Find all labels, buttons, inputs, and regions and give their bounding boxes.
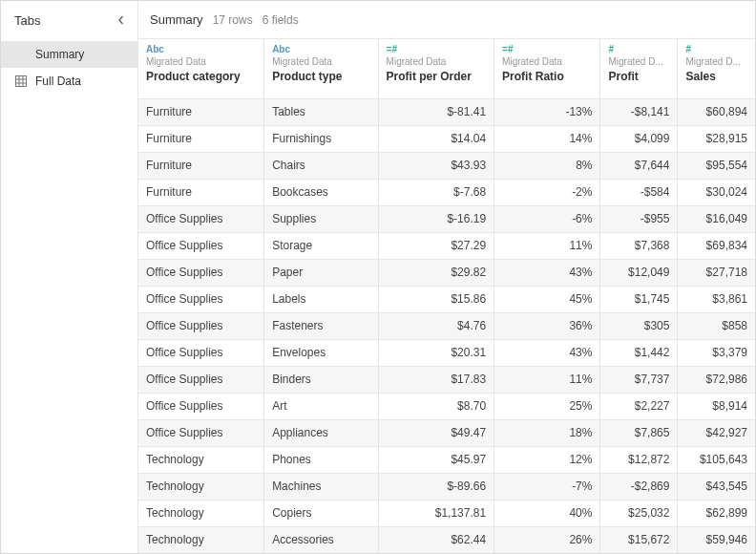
cell: 26% [494,526,600,553]
cell: -$584 [600,179,678,205]
column-header[interactable]: =#Migrated DataProfit Ratio [494,39,600,98]
table-row[interactable]: TechnologyMachines$-89.66-7%-$2,869$43,5… [138,473,755,500]
column-header[interactable]: #Migrated D...Profit [600,39,678,98]
data-table-scroll[interactable]: AbcMigrated DataProduct categoryAbcMigra… [138,39,755,553]
column-header[interactable]: AbcMigrated DataProduct category [138,39,264,98]
cell: Furniture [138,152,264,179]
cell: $-7.68 [378,179,494,205]
cell: $43.93 [378,152,494,179]
table-row[interactable]: Office SuppliesFasteners$4.7636%$305$858 [138,312,755,339]
cell: Office Supplies [138,205,264,232]
table-row[interactable]: TechnologyCopiers$1,137.8140%$25,032$62,… [138,500,755,526]
cell: $12,049 [600,259,678,286]
table-row[interactable]: FurnitureFurnishings$14.0414%$4,099$28,9… [138,125,755,152]
cell: $4.76 [378,312,494,339]
cell: 40% [494,500,600,526]
sidebar-item-full-data[interactable]: Full Data [1,68,137,95]
cell: $49.47 [378,419,494,446]
cell: $-89.66 [378,473,494,500]
cell: $305 [600,312,678,339]
column-name: Profit Ratio [502,70,592,83]
table-row[interactable]: Office SuppliesStorage$27.2911%$7,368$69… [138,232,755,259]
cell: 25% [494,393,600,419]
cell: Furniture [138,98,264,125]
cell: 43% [494,339,600,366]
cell: $72,986 [678,366,755,393]
cell: 11% [494,366,600,393]
cell: $59,946 [678,526,755,553]
row-count: 17 rows [213,13,253,27]
cell: $12,872 [600,446,678,473]
table-row[interactable]: FurnitureChairs$43.938%$7,644$95,554 [138,152,755,179]
cell: $25,032 [600,500,678,526]
table-row[interactable]: Office SuppliesArt$8.7025%$2,227$8,914 [138,393,755,419]
cell: Furniture [138,125,264,152]
cell: -$2,869 [600,473,678,500]
column-header[interactable]: AbcMigrated DataProduct type [264,39,378,98]
cell: $28,915 [678,125,755,152]
cell: Labels [264,286,378,312]
main: Summary 17 rows 6 fields AbcMigrated Dat… [138,1,755,553]
cell: $42,927 [678,419,755,446]
grid-icon [14,75,28,88]
number-type-icon: =# [387,45,487,54]
table-body: FurnitureTables$-81.41-13%-$8,141$60,894… [138,98,755,553]
cell: $45.97 [378,446,494,473]
cell: $-16.19 [378,205,494,232]
table-row[interactable]: Office SuppliesAppliances$49.4718%$7,865… [138,419,755,446]
main-header: Summary 17 rows 6 fields [138,1,755,39]
sidebar-item-summary[interactable]: Summary [1,41,137,68]
cell: -$8,141 [600,98,678,125]
cell: -2% [494,179,600,205]
sidebar-title: Tabs [14,13,40,28]
cell: Machines [264,473,378,500]
cell: $105,643 [678,446,755,473]
page-title: Summary [150,12,203,27]
sidebar: Tabs SummaryFull Data [1,1,138,553]
table-row[interactable]: Office SuppliesSupplies$-16.19-6%-$955$1… [138,205,755,232]
cell: $3,861 [678,286,755,312]
cell: Office Supplies [138,259,264,286]
table-row[interactable]: Office SuppliesEnvelopes$20.3143%$1,442$… [138,339,755,366]
column-source: Migrated Data [272,56,369,67]
cell: Office Supplies [138,419,264,446]
number-type-icon: # [608,45,669,54]
cell: Furnishings [264,125,378,152]
cell: 8% [494,152,600,179]
table-row[interactable]: Office SuppliesLabels$15.8645%$1,745$3,8… [138,286,755,312]
column-header[interactable]: =#Migrated DataProfit per Order [378,39,494,98]
table-row[interactable]: Office SuppliesPaper$29.8243%$12,049$27,… [138,259,755,286]
sidebar-item-label: Full Data [35,75,81,88]
column-source: Migrated D... [608,56,669,67]
cell: 36% [494,312,600,339]
table-row[interactable]: TechnologyPhones$45.9712%$12,872$105,643 [138,446,755,473]
sidebar-items: SummaryFull Data [1,41,137,95]
cell: Fasteners [264,312,378,339]
cell: $15.86 [378,286,494,312]
cell: Office Supplies [138,393,264,419]
column-header[interactable]: #Migrated D...Sales [678,39,755,98]
cell: -7% [494,473,600,500]
number-type-icon: # [685,45,747,54]
table-row[interactable]: TechnologyAccessories$62.4426%$15,672$59… [138,526,755,553]
cell: $7,865 [600,419,678,446]
cell: $27.29 [378,232,494,259]
cell: $43,545 [678,473,755,500]
cell: 45% [494,286,600,312]
column-source: Migrated Data [502,56,592,67]
cell: Art [264,393,378,419]
cell: $-81.41 [378,98,494,125]
cell: $20.31 [378,339,494,366]
cell: $15,672 [600,526,678,553]
cell: Envelopes [264,339,378,366]
cell: Chairs [264,152,378,179]
table-row[interactable]: FurnitureTables$-81.41-13%-$8,141$60,894 [138,98,755,125]
cell: $29.82 [378,259,494,286]
table-row[interactable]: Office SuppliesBinders$17.8311%$7,737$72… [138,366,755,393]
cell: $8.70 [378,393,494,419]
cell: Binders [264,366,378,393]
sidebar-item-label: Summary [35,48,84,61]
table-row[interactable]: FurnitureBookcases$-7.68-2%-$584$30,024 [138,179,755,205]
collapse-sidebar-icon[interactable] [116,12,126,28]
cell: $16,049 [678,205,755,232]
